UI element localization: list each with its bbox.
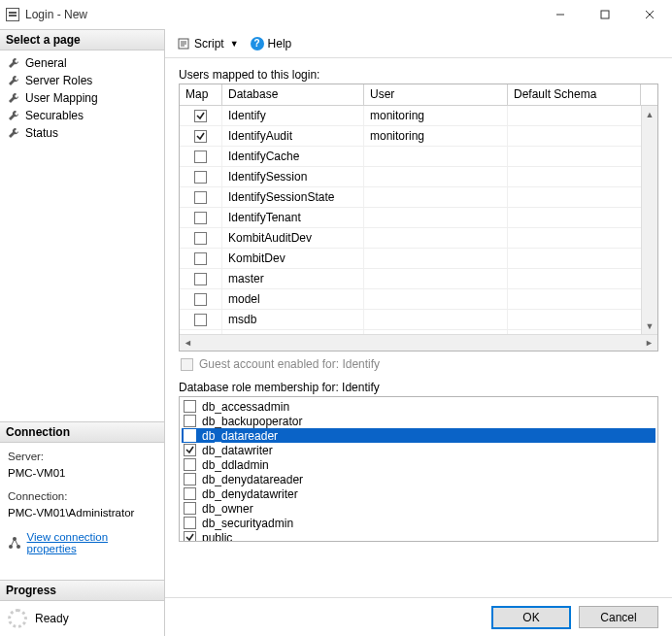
table-row[interactable]: KombitDev <box>180 249 657 269</box>
table-row[interactable]: master <box>180 269 657 289</box>
cell-database: KombitAuditDev <box>222 228 364 248</box>
map-checkbox[interactable] <box>194 293 207 306</box>
page-item-user-mapping[interactable]: User Mapping <box>0 89 164 107</box>
minimize-button[interactable] <box>538 0 583 29</box>
role-label: db_owner <box>202 502 253 516</box>
network-icon <box>8 536 21 550</box>
view-connection-link[interactable]: View connection properties <box>27 531 156 554</box>
help-button[interactable]: ? Help <box>247 35 296 52</box>
page-label: General <box>25 56 67 70</box>
vertical-scrollbar[interactable]: ▲ ▼ <box>641 106 657 334</box>
view-connection-properties[interactable]: View connection properties <box>0 527 164 562</box>
role-checkbox[interactable] <box>184 400 196 413</box>
select-page-header: Select a page <box>0 29 164 50</box>
right-panel: Script ▼ ? Help Users mapped to this log… <box>165 29 672 636</box>
close-button[interactable] <box>627 0 672 29</box>
col-map[interactable]: Map <box>180 84 222 105</box>
cancel-button[interactable]: Cancel <box>579 606 658 628</box>
cell-database: model <box>222 289 364 309</box>
cell-schema <box>508 269 657 288</box>
role-item-db_backupoperator[interactable]: db_backupoperator <box>182 414 655 428</box>
scroll-down-icon[interactable]: ▼ <box>642 318 657 334</box>
maximize-button[interactable] <box>583 0 627 29</box>
login-new-dialog: Login - New Select a page GeneralServer … <box>0 0 672 636</box>
map-checkbox[interactable] <box>194 273 207 285</box>
cell-database: master <box>222 269 364 288</box>
role-checkbox[interactable] <box>184 444 196 456</box>
cell-database: IdentifySession <box>222 167 364 186</box>
table-row[interactable]: IdentifySessionState <box>180 187 657 208</box>
page-label: Server Roles <box>25 74 92 87</box>
cell-schema <box>508 187 657 207</box>
table-row[interactable]: IdentifyTenant <box>180 208 657 228</box>
role-label: db_ddladmin <box>202 458 269 472</box>
role-item-db_ddladmin[interactable]: db_ddladmin <box>182 457 655 472</box>
table-row[interactable]: Identifymonitoring <box>180 106 657 126</box>
map-checkbox[interactable] <box>194 212 207 224</box>
map-checkbox[interactable] <box>194 232 207 245</box>
map-checkbox[interactable] <box>194 130 207 143</box>
page-item-general[interactable]: General <box>0 54 164 72</box>
map-checkbox[interactable] <box>194 252 207 265</box>
col-user[interactable]: User <box>364 84 508 105</box>
role-item-db_accessadmin[interactable]: db_accessadmin <box>182 399 655 414</box>
role-checkbox[interactable] <box>184 458 196 471</box>
cell-user <box>364 187 508 207</box>
ok-button[interactable]: OK <box>491 606 571 629</box>
connection-value: PMC-VM01\Administrator <box>8 505 156 521</box>
role-checkbox[interactable] <box>184 415 196 427</box>
map-checkbox[interactable] <box>194 110 207 122</box>
maximize-icon <box>600 10 610 19</box>
connection-info: Server: PMC-VM01 Connection: PMC-VM01\Ad… <box>0 443 164 527</box>
role-item-db_denydatareader[interactable]: db_denydatareader <box>182 472 655 486</box>
dropdown-caret-icon[interactable]: ▼ <box>230 39 239 49</box>
scroll-up-icon[interactable]: ▲ <box>642 106 657 122</box>
map-checkbox[interactable] <box>194 151 207 163</box>
role-item-db_securityadmin[interactable]: db_securityadmin <box>182 516 655 530</box>
close-icon <box>645 10 655 19</box>
progress-spinner-icon <box>8 609 27 628</box>
roles-list: db_accessadmindb_backupoperatordb_datare… <box>179 396 658 542</box>
window-title: Login - New <box>25 8 538 21</box>
scroll-right-icon[interactable]: ► <box>641 335 657 351</box>
cell-database: IdentifyAudit <box>222 126 364 146</box>
role-item-db_denydatawriter[interactable]: db_denydatawriter <box>182 486 655 501</box>
role-label: db_datareader <box>202 429 278 443</box>
cell-user <box>364 147 508 166</box>
table-row[interactable]: IdentifySession <box>180 167 657 187</box>
table-row[interactable]: IdentifyCache <box>180 147 657 167</box>
role-label: public <box>202 531 232 543</box>
table-row[interactable]: KombitAuditDev <box>180 228 657 249</box>
role-checkbox[interactable] <box>184 517 196 529</box>
cell-schema <box>508 289 657 309</box>
page-item-securables[interactable]: Securables <box>0 107 164 124</box>
role-checkbox[interactable] <box>184 502 196 515</box>
minimize-icon <box>555 10 565 19</box>
role-item-public[interactable]: public <box>182 530 655 542</box>
cell-database: Identify <box>222 106 364 125</box>
scroll-left-icon[interactable]: ◄ <box>180 335 196 351</box>
page-label: User Mapping <box>25 91 98 105</box>
col-database[interactable]: Database <box>222 84 364 105</box>
role-checkbox[interactable] <box>184 473 196 485</box>
role-checkbox[interactable] <box>184 487 196 500</box>
role-item-db_owner[interactable]: db_owner <box>182 501 655 516</box>
page-item-status[interactable]: Status <box>0 124 164 142</box>
cell-user <box>364 249 508 268</box>
table-row[interactable]: msdb <box>180 310 657 330</box>
page-item-server-roles[interactable]: Server Roles <box>0 72 164 89</box>
map-checkbox[interactable] <box>194 314 207 326</box>
horizontal-scrollbar[interactable]: ◄ ► <box>180 334 657 351</box>
cell-user <box>364 289 508 309</box>
role-checkbox[interactable] <box>184 531 196 542</box>
col-schema[interactable]: Default Schema <box>508 84 641 105</box>
map-checkbox[interactable] <box>194 171 207 184</box>
role-item-db_datareader[interactable]: db_datareader <box>182 428 655 443</box>
map-checkbox[interactable] <box>194 191 207 204</box>
table-row[interactable]: IdentifyAuditmonitoring <box>180 126 657 147</box>
titlebar: Login - New <box>0 0 672 29</box>
role-checkbox[interactable] <box>184 429 196 442</box>
role-item-db_datawriter[interactable]: db_datawriter <box>182 443 655 457</box>
table-row[interactable]: model <box>180 289 657 310</box>
script-button[interactable]: Script ▼ <box>173 35 243 52</box>
